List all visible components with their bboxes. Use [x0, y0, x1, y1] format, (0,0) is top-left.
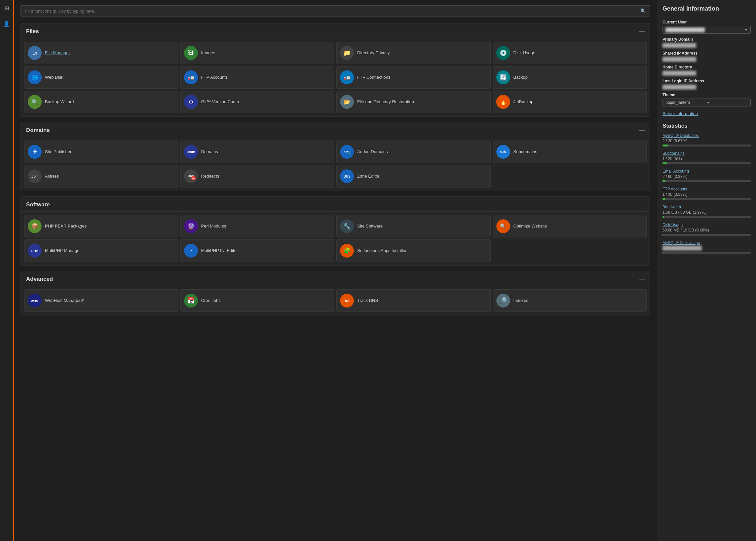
user-icon[interactable]: 👤 — [2, 19, 11, 28]
stat-email-accounts-bar-bg — [662, 180, 751, 182]
stat-mysql-databases-bar-bg — [662, 145, 751, 147]
backup-item[interactable]: 🔄 Backup — [493, 66, 647, 89]
addon-domains-icon: .com+ — [340, 145, 354, 159]
ftp-connections-item[interactable]: 🚛 FTP Connections — [336, 66, 491, 89]
search-icon: 🔍 — [640, 8, 646, 14]
section-domains-collapse[interactable]: — — [639, 127, 645, 133]
section-files-collapse[interactable]: — — [639, 28, 645, 34]
track-dns-label: Track DNS — [357, 298, 378, 303]
subdomains-item[interactable]: sub. Subdomains — [493, 141, 647, 163]
stat-disk-usage-label[interactable]: Disk Usage — [662, 223, 751, 227]
jetbackup-item[interactable]: 🔥 JetBackup — [493, 91, 647, 113]
stat-ftp-accounts-bar-fill — [662, 198, 665, 200]
statistics-title: Statistics — [662, 123, 751, 129]
theme-select[interactable]: paper_lantern ▼ — [662, 99, 751, 107]
file-directory-restoration-item[interactable]: 📂 File and Directory Restoration — [336, 91, 491, 113]
redirects-icon: .com⛔ — [184, 169, 198, 183]
stat-mysql-disk-usage-label[interactable]: MySQL® Disk Usage — [662, 241, 751, 245]
svg-text:⚙: ⚙ — [189, 99, 193, 105]
cron-jobs-item[interactable]: 📅 Cron Jobs — [180, 289, 335, 312]
cron-jobs-icon: 📅 — [184, 293, 198, 307]
zone-editor-icon: DNS — [340, 169, 354, 183]
perl-modules-label: Perl Modules — [201, 224, 226, 229]
aliases-item[interactable]: .com Aliases — [24, 165, 178, 188]
php-pear-packages-item[interactable]: 📦 PHP PEAR Packages — [24, 215, 178, 238]
file-directory-restoration-icon: 📂 — [340, 95, 354, 109]
stat-email-accounts-label[interactable]: Email Accounts — [662, 169, 751, 174]
current-user-dropdown-icon[interactable]: ▼ — [744, 28, 748, 32]
indexes-item[interactable]: 🔎 Indexes — [493, 289, 647, 312]
last-login-value: ████████████ — [662, 85, 751, 89]
php-pear-packages-label: PHP PEAR Packages — [45, 224, 87, 229]
stat-ftp-accounts-label[interactable]: FTP Accounts — [662, 187, 751, 192]
theme-label: Theme — [662, 93, 751, 97]
last-login-label: Last Login IP Address — [662, 79, 751, 83]
ftp-accounts-item[interactable]: 🚛 FTP Accounts — [180, 66, 335, 89]
svg-text:💿: 💿 — [500, 49, 507, 57]
site-software-label: Site Software — [357, 224, 382, 229]
file-manager-item[interactable]: 🗂 File Manager — [24, 42, 178, 64]
stat-mysql-disk-usage-value: ██████████████ — [662, 246, 751, 250]
stat-bandwidth-label[interactable]: Bandwidth — [662, 205, 751, 209]
advanced-grid: WHM WebHost Manager® 📅 Cron Jobs DNS Tra… — [21, 286, 650, 315]
git-version-control-item[interactable]: ⚙ Git™ Version Control — [180, 91, 335, 113]
svg-text:📂: 📂 — [344, 99, 350, 105]
svg-text:🖼: 🖼 — [188, 50, 194, 56]
svg-text:sub.: sub. — [500, 150, 507, 154]
stat-mysql-disk-usage-bar-fill — [662, 252, 663, 254]
svg-text:📦: 📦 — [31, 223, 39, 230]
svg-text:⛔: ⛔ — [191, 176, 196, 181]
search-input[interactable] — [25, 9, 640, 14]
webhost-manager-item[interactable]: WHM WebHost Manager® — [24, 289, 178, 312]
shared-ip-label: Shared IP Address — [662, 51, 751, 56]
stat-subdomains-label[interactable]: Subdomains — [662, 151, 751, 156]
svg-text:WHM: WHM — [31, 299, 39, 303]
directory-privacy-item[interactable]: 📁 Directory Privacy — [336, 42, 491, 64]
optimize-website-item[interactable]: 🔍 Optimize Website — [493, 215, 647, 238]
svg-text:📅: 📅 — [187, 297, 195, 304]
current-user-value: ██████████████ — [665, 27, 744, 32]
indexes-label: Indexes — [513, 298, 529, 303]
redirects-item[interactable]: .com⛔ Redirects — [180, 165, 335, 188]
backup-wizard-item[interactable]: 🔍 Backup Wizard — [24, 91, 178, 113]
web-disk-item[interactable]: 🌐 Web Disk — [24, 66, 178, 89]
stat-mysql-disk-usage-bar-bg — [662, 252, 751, 254]
addon-domains-item[interactable]: .com+ Addon Domains — [336, 141, 491, 163]
stat-subdomains-bar-fill — [662, 162, 667, 164]
stat-bandwidth-bar-fill — [662, 216, 664, 218]
site-software-item[interactable]: 🔧 Site Software — [336, 215, 491, 238]
svg-text:✈: ✈ — [32, 149, 37, 155]
svg-text:🚛: 🚛 — [344, 74, 350, 81]
multiphp-ini-editor-item[interactable]: .ini MultiPHP INI Editor — [180, 240, 335, 262]
domains-item[interactable]: .com Domains — [180, 141, 335, 163]
svg-text:+: + — [348, 151, 351, 156]
svg-text:🗂: 🗂 — [32, 50, 37, 56]
images-item[interactable]: 🖼 Images — [180, 42, 335, 64]
subdomains-icon: sub. — [496, 145, 510, 159]
jetbackup-label: JetBackup — [513, 99, 534, 105]
stat-email-accounts: Email Accounts 2 / 60 (3.33%) — [662, 169, 751, 182]
stat-mysql-databases: MySQL® Databases 2 / 30 (6.67%) — [662, 133, 751, 147]
multiphp-manager-item[interactable]: PHP MultiPHP Manager — [24, 240, 178, 262]
main-area: 🔍 Files — 🗂 File Manager 🖼 Images — [14, 0, 657, 541]
track-dns-item[interactable]: DNS Track DNS — [336, 289, 491, 312]
grid-icon[interactable]: ⊞ — [2, 3, 11, 13]
site-publisher-item[interactable]: ✈ Site Publisher — [24, 141, 178, 163]
svg-text:🔄: 🔄 — [500, 74, 507, 81]
svg-text:🔧: 🔧 — [343, 223, 351, 230]
disk-usage-item[interactable]: 💿 Disk Usage — [493, 42, 647, 64]
redirects-label: Redirects — [201, 174, 219, 179]
multiphp-manager-icon: PHP — [28, 244, 42, 258]
perl-modules-item[interactable]: 🔮 Perl Modules — [180, 215, 335, 238]
stat-mysql-databases-label[interactable]: MySQL® Databases — [662, 133, 751, 138]
section-software-collapse[interactable]: — — [639, 202, 645, 208]
server-info-link[interactable]: Server Information — [662, 111, 751, 116]
backup-label: Backup — [513, 75, 528, 80]
section-advanced-collapse[interactable]: — — [639, 276, 645, 282]
theme-value: paper_lantern — [665, 100, 707, 105]
stat-subdomains-bar-bg — [662, 162, 751, 164]
softaculous-apps-installer-item[interactable]: 🧩 Softaculous Apps Installer — [336, 240, 491, 262]
disk-usage-label: Disk Usage — [513, 50, 535, 56]
section-software-header: Software — — [21, 197, 650, 212]
zone-editor-item[interactable]: DNS Zone Editor — [336, 165, 491, 188]
